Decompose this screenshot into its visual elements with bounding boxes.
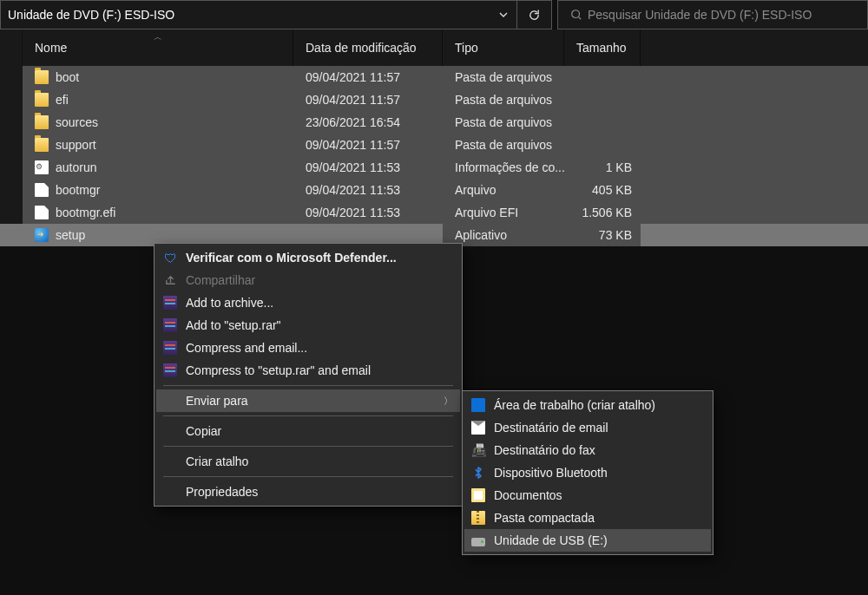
refresh-button[interactable]: [517, 0, 552, 29]
file-row[interactable]: efi 09/04/2021 11:57 Pasta de arquivos: [0, 88, 868, 111]
file-list[interactable]: boot 09/04/2021 11:57 Pasta de arquivos …: [0, 66, 868, 246]
menu-separator: [163, 446, 453, 447]
winrar-icon: [163, 318, 177, 332]
column-header-type[interactable]: Tipo: [443, 29, 564, 66]
column-header-date[interactable]: Data de modificação: [293, 29, 443, 66]
sendto-compressed-folder[interactable]: Pasta compactada: [464, 507, 711, 529]
winrar-icon: [163, 341, 177, 355]
bluetooth-icon: [471, 466, 485, 480]
address-history-dropdown[interactable]: [490, 1, 516, 29]
file-row[interactable]: support 09/04/2021 11:57 Pasta de arquiv…: [0, 134, 868, 156]
sendto-fax[interactable]: 📠 Destinatário do fax: [464, 439, 711, 461]
menu-item-properties[interactable]: Propriedades: [156, 481, 460, 503]
file-row[interactable]: autorun 09/04/2021 11:53 Informações de …: [0, 156, 868, 179]
file-row[interactable]: boot 09/04/2021 11:57 Pasta de arquivos: [0, 66, 868, 88]
drive-icon: [471, 538, 485, 546]
folder-icon: [35, 138, 49, 152]
submenu-arrow-icon: 〉: [444, 395, 453, 408]
search-icon: [565, 9, 588, 21]
menu-separator: [163, 415, 453, 416]
zip-folder-icon: [471, 511, 485, 525]
menu-item-add-archive[interactable]: Add to archive...: [156, 291, 460, 314]
menu-item-share[interactable]: Compartilhar: [156, 269, 460, 291]
search-input[interactable]: Pesquisar Unidade de DVD (F:) ESD-ISO: [557, 0, 868, 29]
sendto-documents[interactable]: Documentos: [464, 484, 711, 507]
svg-point-0: [572, 10, 580, 18]
menu-item-defender[interactable]: 🛡 Verificar com o Microsoft Defender...: [156, 246, 460, 269]
sendto-mail[interactable]: Destinatário de email: [464, 416, 711, 439]
sendto-desktop[interactable]: Área de trabalho (criar atalho): [464, 394, 711, 416]
winrar-icon: [163, 363, 177, 377]
address-bar[interactable]: Unidade de DVD (F:) ESD-ISO: [0, 0, 517, 29]
file-icon: [35, 183, 49, 197]
folder-icon: [35, 115, 49, 129]
winrar-icon: [163, 296, 177, 310]
share-icon: [163, 273, 177, 287]
sendto-bluetooth[interactable]: Dispositivo Bluetooth: [464, 461, 711, 484]
folder-icon: [35, 70, 49, 84]
shield-icon: 🛡: [163, 251, 177, 265]
menu-item-compress-setup-email[interactable]: Compress to "setup.rar" and email: [156, 359, 460, 382]
menu-item-copy[interactable]: Copiar: [156, 420, 460, 442]
file-row[interactable]: bootmgr.efi 09/04/2021 11:53 Arquivo EFI…: [0, 201, 868, 224]
menu-item-add-setup-rar[interactable]: Add to "setup.rar": [156, 314, 460, 337]
menu-separator: [163, 385, 453, 386]
column-headers: ︿ Nome Data de modificação Tipo Tamanho: [0, 29, 868, 66]
documents-icon: [471, 488, 485, 502]
file-row[interactable]: sources 23/06/2021 16:54 Pasta de arquiv…: [0, 111, 868, 134]
fax-icon: 📠: [471, 443, 485, 457]
config-file-icon: [35, 160, 49, 174]
sort-ascending-icon: ︿: [154, 31, 162, 43]
mail-icon: [471, 421, 485, 435]
send-to-submenu: Área de trabalho (criar atalho) Destinat…: [462, 390, 713, 555]
address-path: Unidade de DVD (F:) ESD-ISO: [8, 8, 490, 22]
exe-icon: [35, 228, 49, 242]
header-gutter: [0, 29, 23, 66]
menu-item-compress-email[interactable]: Compress and email...: [156, 337, 460, 359]
context-menu: 🛡 Verificar com o Microsoft Defender... …: [154, 243, 463, 507]
menu-item-create-shortcut[interactable]: Criar atalho: [156, 450, 460, 473]
sendto-usb-drive[interactable]: Unidade de USB (E:): [464, 529, 711, 552]
file-icon: [35, 206, 49, 219]
folder-icon: [35, 93, 49, 107]
column-header-name[interactable]: ︿ Nome: [23, 29, 293, 66]
file-row[interactable]: bootmgr 09/04/2021 11:53 Arquivo 405 KB: [0, 179, 868, 201]
search-placeholder: Pesquisar Unidade de DVD (F:) ESD-ISO: [588, 8, 812, 22]
menu-item-send-to[interactable]: Enviar para 〉: [156, 389, 460, 412]
desktop-icon: [471, 398, 485, 412]
column-header-size[interactable]: Tamanho: [564, 29, 641, 66]
menu-separator: [163, 476, 453, 477]
